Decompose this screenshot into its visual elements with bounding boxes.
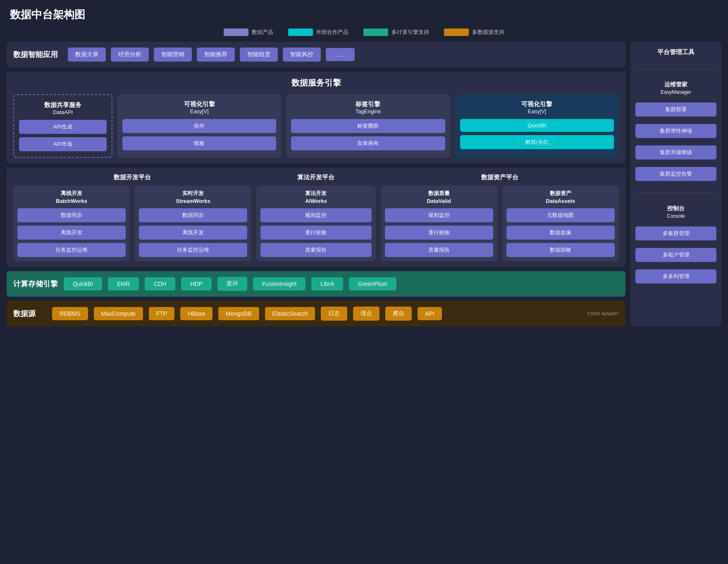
aiworks-btn-1[interactable]: 逐行校验 bbox=[260, 226, 371, 240]
aiworks-btn-0[interactable]: 规则监控 bbox=[260, 208, 371, 222]
main-layout: 数据智能应用 数据大屏 经营分析 智能营销 智能推荐 智能组货 智能风控 …… … bbox=[0, 42, 728, 331]
dataassets-col: 数据资产 DataAssets 元数据地图 数据血缘 数据脱敏 bbox=[502, 186, 619, 261]
card-data-api-btn-0[interactable]: API生成 bbox=[19, 120, 107, 134]
card-tag-engine-btn-1[interactable]: 实体画布 bbox=[291, 136, 445, 150]
card-data-api: 数据共享服务 DataAPI API生成 API市场 bbox=[13, 94, 112, 158]
app-btn-0[interactable]: 数据大屏 bbox=[68, 48, 106, 62]
compute-btn-4[interactable]: 星环 bbox=[217, 277, 247, 291]
app-section-title: 数据智能应用 bbox=[13, 50, 63, 59]
ds-btn-1[interactable]: MaxCompute bbox=[94, 307, 143, 320]
card-visual-1-btn-0[interactable]: 组件 bbox=[122, 119, 276, 133]
aiworks-title: 算法开发 AIWorks bbox=[260, 190, 371, 205]
compute-btn-5[interactable]: FusionInsight bbox=[253, 277, 306, 290]
streamworks-btn-2[interactable]: 任务监控运维 bbox=[139, 243, 247, 257]
datavalid-btn-0[interactable]: 规则监控 bbox=[385, 208, 493, 222]
streamworks-btn-0[interactable]: 数据同步 bbox=[139, 208, 247, 222]
data-dev-title: 数据开发平台 bbox=[13, 174, 251, 181]
data-asset-grid: 数据质量 DataValid 规则监控 逐行校验 质量报告 数据资产 DataA… bbox=[381, 186, 619, 261]
compute-btn-2[interactable]: CDH bbox=[145, 277, 175, 290]
legend-label-3: 多计算引擎支持 bbox=[391, 29, 429, 36]
dataassets-btn-0[interactable]: 元数据地图 bbox=[506, 208, 615, 222]
legend-label-2: 外部合作产品 bbox=[316, 29, 348, 36]
ops-btn-3[interactable]: 集群监控告警 bbox=[635, 167, 716, 181]
aiworks-btn-2[interactable]: 质量报告 bbox=[260, 243, 371, 257]
data-asset-title: 数据资产平台 bbox=[381, 174, 619, 181]
ops-btn-0[interactable]: 集群部署 bbox=[635, 102, 716, 117]
card-visual-1-title: 可视化引擎 Easy[V] bbox=[122, 100, 276, 115]
streamworks-btn-1[interactable]: 离线开发 bbox=[139, 226, 247, 240]
data-dev-col: 数据开发平台 离线开发 BatchWorks 数据同步 离线开发 任务监控运维 bbox=[13, 174, 251, 261]
console-btn-1[interactable]: 多租户管理 bbox=[635, 248, 716, 262]
batchworks-col: 离线开发 BatchWorks 数据同步 离线开发 任务监控运维 bbox=[13, 186, 130, 261]
ops-btn-1[interactable]: 集群弹性伸缩 bbox=[635, 124, 716, 138]
card-tag-engine-title: 标签引擎 TagEngine bbox=[291, 100, 445, 115]
batchworks-btn-0[interactable]: 数据同步 bbox=[17, 208, 126, 222]
card-data-api-title: 数据共享服务 DataAPI bbox=[19, 101, 107, 116]
card-visual-2-btn-1[interactable]: 帆软/永红 bbox=[460, 135, 614, 149]
legend-bar: 数炫产品 外部合作产品 多计算引擎支持 多数据源支持 bbox=[0, 26, 728, 42]
ops-btn-2[interactable]: 集群升级降级 bbox=[635, 145, 716, 159]
streamworks-title: 实时开发 StreamWorks bbox=[139, 190, 247, 205]
app-btn-5[interactable]: 智能风控 bbox=[283, 48, 321, 62]
compute-btn-1[interactable]: EMR bbox=[108, 277, 139, 290]
batchworks-title: 离线开发 BatchWorks bbox=[17, 190, 126, 205]
left-panel: 数据智能应用 数据大屏 经营分析 智能营销 智能推荐 智能组货 智能风控 …… … bbox=[7, 42, 625, 326]
ds-btn-9[interactable]: API bbox=[418, 307, 442, 320]
algo-dev-title: 算法开发平台 bbox=[256, 174, 375, 181]
ds-btn-7[interactable]: 埋点 bbox=[353, 307, 380, 321]
legend-label-4: 多数据源支持 bbox=[472, 29, 504, 36]
dataassets-btn-2[interactable]: 数据脱敏 bbox=[506, 243, 615, 257]
legend-color-2 bbox=[288, 29, 313, 36]
app-btn-3[interactable]: 智能推荐 bbox=[197, 48, 235, 62]
compute-btn-6[interactable]: LibrA bbox=[311, 277, 343, 290]
divider-1 bbox=[635, 69, 716, 69]
datavalid-btn-1[interactable]: 逐行校验 bbox=[385, 226, 493, 240]
data-dev-grid: 离线开发 BatchWorks 数据同步 离线开发 任务监控运维 实时开发 St… bbox=[13, 186, 251, 261]
legend-item-4: 多数据源支持 bbox=[444, 29, 504, 36]
compute-section: 计算存储引擎 QuickBI EMR CDH HDP 星环 FusionInsi… bbox=[7, 271, 625, 297]
app-btn-2[interactable]: 智能营销 bbox=[154, 48, 192, 62]
ops-title: 运维管家 EasyManager bbox=[635, 81, 716, 96]
ds-btn-5[interactable]: ElasticSearch bbox=[265, 307, 315, 320]
app-btn-4[interactable]: 智能组货 bbox=[240, 48, 278, 62]
streamworks-col: 实时开发 StreamWorks 数据同步 离线开发 任务监控运维 bbox=[135, 186, 251, 261]
compute-btn-0[interactable]: QuickBI bbox=[64, 277, 102, 290]
dataassets-btn-1[interactable]: 数据血缘 bbox=[506, 226, 615, 240]
right-panel: 平台管理工具 运维管家 EasyManager 集群部署 集群弹性伸缩 集群升级… bbox=[630, 42, 721, 326]
console-btn-0[interactable]: 多集群管理 bbox=[635, 226, 716, 240]
data-asset-col: 数据资产平台 数据质量 DataValid 规则监控 逐行校验 质量报告 bbox=[381, 174, 619, 261]
divider-2 bbox=[635, 193, 716, 193]
datasource-title: 数据源 bbox=[13, 309, 46, 319]
card-visual-2-btn-0[interactable]: QuickBI bbox=[460, 119, 614, 132]
ds-btn-0[interactable]: RDBMS bbox=[52, 307, 88, 320]
legend-item-3: 多计算引擎支持 bbox=[363, 29, 429, 36]
app-btn-1[interactable]: 经营分析 bbox=[111, 48, 149, 62]
batchworks-btn-1[interactable]: 离线开发 bbox=[17, 226, 126, 240]
ds-btn-3[interactable]: HBase bbox=[180, 307, 212, 320]
dataassets-title: 数据资产 DataAssets bbox=[506, 190, 615, 205]
dse-grid: 数据共享服务 DataAPI API生成 API市场 可视化引擎 Easy[V]… bbox=[13, 94, 619, 158]
ds-btn-2[interactable]: FTP bbox=[149, 307, 174, 320]
ds-btn-8[interactable]: 爬虫 bbox=[385, 307, 412, 321]
datasource-section: 数据源 RDBMS MaxCompute FTP HBase MongoDB E… bbox=[7, 301, 625, 326]
datavalid-btn-2[interactable]: 质量报告 bbox=[385, 243, 493, 257]
card-tag-engine: 标签引擎 TagEngine 标签圈群 实体画布 bbox=[286, 94, 450, 158]
ds-btn-4[interactable]: MongoDB bbox=[218, 307, 259, 320]
ds-btn-6[interactable]: 日志 bbox=[321, 307, 347, 321]
legend-color-4 bbox=[444, 29, 469, 36]
batchworks-btn-2[interactable]: 任务监控运维 bbox=[17, 243, 126, 257]
legend-label-1: 数炫产品 bbox=[252, 29, 273, 36]
page-title: 数据中台架构图 bbox=[0, 0, 728, 26]
platform-tools-title: 平台管理工具 bbox=[635, 48, 716, 56]
card-data-api-btn-1[interactable]: API市场 bbox=[19, 137, 107, 151]
app-btn-dots[interactable]: …… bbox=[326, 48, 355, 61]
compute-btn-3[interactable]: HDP bbox=[181, 277, 212, 290]
card-tag-engine-btn-0[interactable]: 标签圈群 bbox=[291, 119, 445, 133]
datavalid-title: 数据质量 DataValid bbox=[385, 190, 493, 205]
card-visual-1: 可视化引擎 Easy[V] 组件 模板 bbox=[117, 94, 281, 158]
watermark: CSDN #php007 bbox=[587, 311, 619, 316]
console-btn-2[interactable]: 多多列管理 bbox=[635, 269, 716, 283]
compute-btn-7[interactable]: GreenPlum bbox=[349, 277, 396, 290]
card-visual-2: 可视化引擎 Easy[V] QuickBI 帆软/永红 bbox=[455, 94, 619, 158]
card-visual-1-btn-1[interactable]: 模板 bbox=[122, 136, 276, 150]
